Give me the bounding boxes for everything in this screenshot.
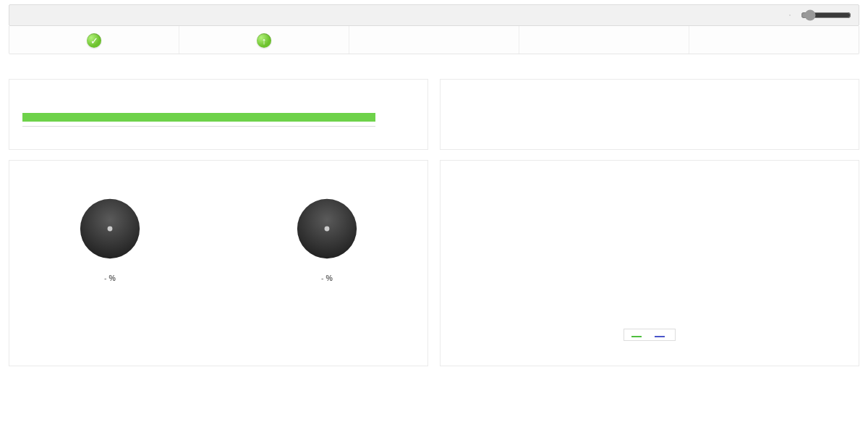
availability-history-panel <box>9 79 428 150</box>
title-bar <box>9 4 859 26</box>
cpu-gauge <box>67 190 153 259</box>
disk-network-panel <box>440 160 859 366</box>
dn-legend <box>451 329 848 341</box>
performance-history-panel <box>440 79 859 150</box>
range-pill-group <box>789 14 791 16</box>
availability-up-icon: ↑ <box>257 33 271 48</box>
avail-tick-row <box>22 126 375 139</box>
health-ok-icon: ✓ <box>87 33 101 48</box>
status-row: ✓ ↑ <box>9 26 859 54</box>
svg-point-2 <box>108 227 113 232</box>
disk-network-chart <box>451 172 848 324</box>
svg-point-5 <box>325 227 330 232</box>
availability-bar <box>22 113 375 122</box>
granularity-slider[interactable] <box>801 9 851 21</box>
time-range-controls <box>789 9 851 21</box>
cpu-memory-panel: - % - % <box>9 160 428 366</box>
memory-gauge <box>284 190 370 259</box>
